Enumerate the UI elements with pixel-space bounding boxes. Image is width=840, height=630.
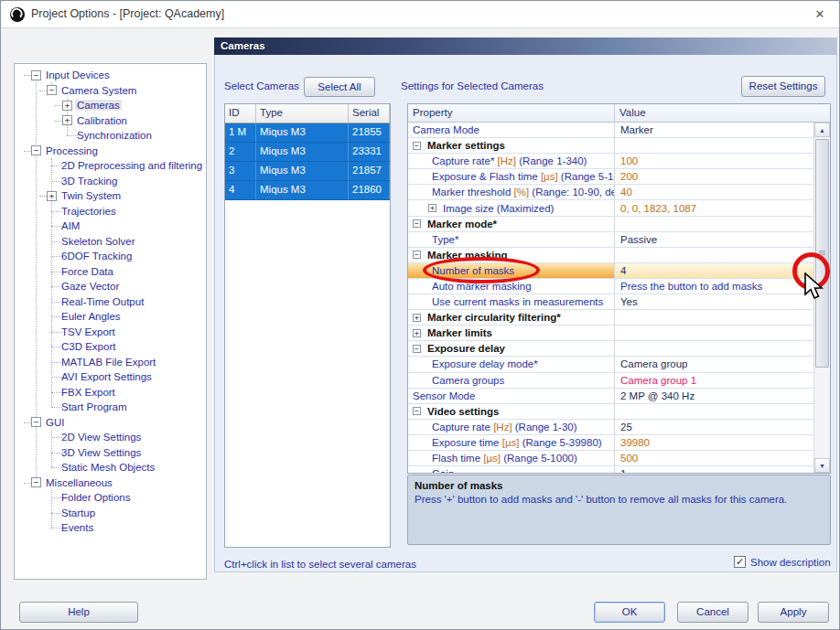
value-cell[interactable]: Camera group 1	[615, 373, 813, 388]
expand-icon[interactable]: +	[62, 101, 72, 111]
tree-item-euler-angles[interactable]: Euler Angles	[16, 309, 206, 325]
value-cell[interactable]: 4	[615, 263, 813, 278]
help-button[interactable]: Help	[19, 602, 138, 623]
tree-item-avi-export-settings[interactable]: AVI Export Settings	[16, 369, 206, 385]
property-row-exposure-delay[interactable]: −Exposure delay	[408, 341, 813, 357]
tree-item-trajectories[interactable]: Trajectories	[16, 204, 206, 219]
tree-item-matlab-file-export[interactable]: MATLAB File Export	[16, 355, 206, 370]
value-cell[interactable]	[615, 217, 813, 231]
value-cell[interactable]: 39980	[615, 435, 813, 450]
value-cell[interactable]	[615, 326, 813, 340]
tree-item-twin-system[interactable]: +Twin System	[16, 188, 206, 204]
tree-item-gui[interactable]: −GUI	[16, 415, 206, 431]
tree-item-force-data[interactable]: Force Data	[16, 264, 206, 280]
collapse-icon[interactable]: −	[31, 145, 41, 155]
tree-item-real-time-output[interactable]: Real-Time Output	[16, 294, 206, 310]
value-cell[interactable]: 40	[615, 185, 813, 199]
camera-row[interactable]: 1 MMiqus M321855	[225, 123, 390, 143]
column-header-id[interactable]: ID	[225, 104, 256, 123]
value-cell[interactable]: 200	[615, 169, 813, 184]
property-row-gain[interactable]: Gain1	[408, 466, 813, 473]
tree-item-miscellaneous[interactable]: −Miscellaneous	[16, 475, 206, 491]
value-cell[interactable]: Yes	[615, 294, 813, 309]
tree-item-c3d-export[interactable]: C3D Export	[16, 339, 206, 355]
property-row-image-size-maximized[interactable]: +Image size (Maximized)0, 0, 1823, 1087	[408, 200, 813, 216]
tree-item-3d-view-settings[interactable]: 3D View Settings	[16, 445, 206, 461]
apply-button[interactable]: Apply	[758, 602, 829, 623]
tree-item-startup[interactable]: Startup	[16, 506, 206, 521]
property-row-flash-time-s-range-5-1000[interactable]: Flash time [µs] (Range 5-1000)500	[408, 451, 813, 466]
value-cell[interactable]	[615, 310, 813, 325]
column-header-type[interactable]: Type	[256, 104, 349, 123]
tree-item-aim[interactable]: AIM	[16, 219, 206, 234]
tree-item-2d-view-settings[interactable]: 2D View Settings	[16, 430, 206, 445]
value-cell[interactable]	[615, 138, 813, 153]
property-row-camera-mode[interactable]: Camera ModeMarker	[408, 123, 813, 138]
property-row-marker-mode[interactable]: −Marker mode*	[408, 217, 813, 232]
property-row-video-settings[interactable]: −Video settings	[408, 404, 813, 420]
tree-item-calibration[interactable]: +Calibration	[16, 113, 206, 129]
collapse-icon[interactable]: −	[31, 417, 41, 427]
cancel-button[interactable]: Cancel	[677, 602, 748, 623]
expand-icon[interactable]: +	[428, 204, 436, 212]
tree-item-camera-system[interactable]: −Camera System	[16, 83, 206, 99]
value-cell[interactable]: Marker	[615, 123, 813, 137]
tree-item-start-program[interactable]: Start Program	[16, 400, 206, 415]
collapse-icon[interactable]: −	[31, 477, 41, 487]
tree-item-6dof-tracking[interactable]: 6DOF Tracking	[16, 249, 206, 264]
tree-item-processing[interactable]: −Processing	[16, 144, 206, 159]
column-header-serial[interactable]: Serial	[349, 104, 390, 123]
property-row-type[interactable]: Type*Passive	[408, 232, 813, 248]
property-row-camera-groups[interactable]: Camera groupsCamera group 1	[408, 373, 813, 389]
camera-row[interactable]: 3Miqus M321857	[225, 162, 390, 181]
property-row-sensor-mode[interactable]: Sensor Mode2 MP @ 340 Hz	[408, 389, 813, 404]
value-cell[interactable]: 1	[615, 466, 813, 473]
property-row-exposure-time-s-range-5-39980[interactable]: Exposure time [µs] (Range 5-39980)39980	[408, 435, 813, 451]
value-cell[interactable]: Camera group	[615, 357, 813, 371]
collapse-icon[interactable]: −	[413, 251, 421, 259]
tree-item-events[interactable]: Events	[16, 520, 206, 536]
collapse-icon[interactable]: −	[413, 345, 421, 353]
value-cell[interactable]	[615, 248, 813, 262]
value-cell[interactable]: 100	[615, 154, 813, 168]
expand-icon[interactable]: +	[47, 191, 57, 201]
property-row-marker-threshold-range-10-90-defau[interactable]: Marker threshold [%] (Range: 10-90, defa…	[408, 185, 813, 200]
camera-row[interactable]: 2Miqus M323331	[225, 143, 390, 162]
value-cell[interactable]: 2 MP @ 340 Hz	[615, 389, 813, 403]
property-row-capture-rate-hz-range-1-340[interactable]: Capture rate* [Hz] (Range 1-340)100	[408, 154, 813, 169]
tree-item-gaze-vector[interactable]: Gaze Vector	[16, 279, 206, 294]
value-cell[interactable]: 25	[615, 420, 813, 434]
value-cell[interactable]	[615, 341, 813, 356]
tree-item-fbx-export[interactable]: FBX Export	[16, 385, 206, 400]
collapse-icon[interactable]: −	[47, 85, 57, 95]
show-description-checkbox[interactable]: ✓	[734, 556, 746, 568]
value-cell[interactable]: 0, 0, 1823, 1087	[615, 200, 813, 215]
scroll-down-icon[interactable]: ▼	[814, 458, 830, 473]
collapse-icon[interactable]: −	[413, 219, 421, 228]
reset-settings-button[interactable]: Reset Settings	[741, 76, 825, 97]
tree-item-input-devices[interactable]: −Input Devices	[16, 68, 206, 83]
value-cell[interactable]: Passive	[615, 232, 813, 247]
property-row-use-current-masks-in-measurements[interactable]: Use current masks in measurementsYes	[408, 294, 813, 310]
tree-item-skeleton-solver[interactable]: Skeleton Solver	[16, 234, 206, 250]
select-all-button[interactable]: Select All	[304, 77, 375, 97]
expand-icon[interactable]: +	[413, 314, 421, 322]
scroll-up-icon[interactable]: ▲	[814, 123, 830, 137]
value-cell[interactable]: Press the button to add masks	[615, 279, 813, 294]
property-row-marker-settings[interactable]: −Marker settings	[408, 138, 813, 154]
collapse-icon[interactable]: −	[31, 70, 41, 80]
collapse-icon[interactable]: −	[413, 142, 421, 150]
expand-icon[interactable]: +	[413, 329, 421, 337]
property-row-capture-rate-hz-range-1-30[interactable]: Capture rate [Hz] (Range 1-30)25	[408, 420, 813, 435]
camera-row[interactable]: 4Miqus M321860	[225, 181, 390, 200]
tree-item-static-mesh-objects[interactable]: Static Mesh Objects	[16, 460, 206, 475]
collapse-icon[interactable]: −	[413, 407, 421, 415]
value-cell[interactable]	[615, 404, 813, 419]
tree-item-folder-options[interactable]: Folder Options	[16, 490, 206, 506]
value-cell[interactable]: 500	[615, 451, 813, 465]
tree-item-tsv-export[interactable]: TSV Export	[16, 325, 206, 340]
property-row-marker-limits[interactable]: +Marker limits	[408, 326, 813, 341]
property-row-exposure-delay-mode[interactable]: Exposure delay mode*Camera group	[408, 357, 813, 372]
ok-button[interactable]: OK	[594, 602, 665, 623]
property-row-exposure-flash-time-s-range-5-1000[interactable]: Exposure & Flash time [µs] (Range 5-1000…	[408, 169, 813, 185]
